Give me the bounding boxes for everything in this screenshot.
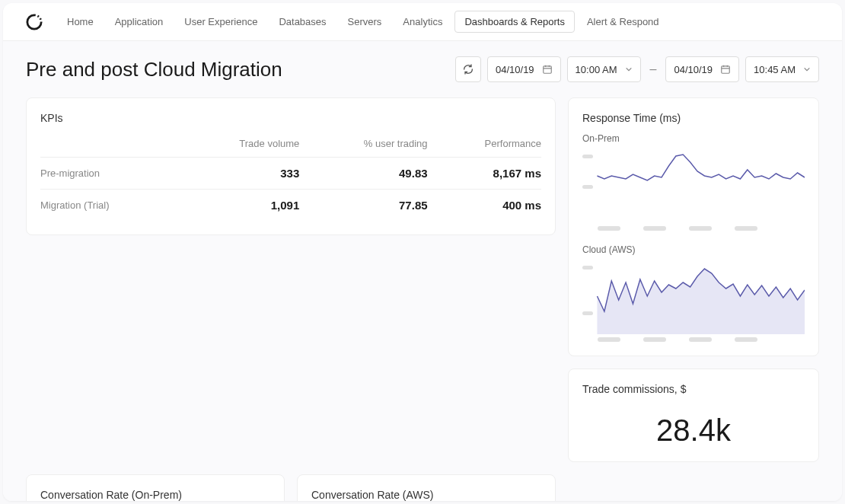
kpis-title: KPIs xyxy=(40,112,541,124)
kpis-card: KPIs Trade volume% user tradingPerforman… xyxy=(26,97,556,235)
nav-item[interactable]: Application xyxy=(106,11,173,32)
commissions-card: Trade commissions, $ 28.4k xyxy=(568,368,819,462)
svg-rect-0 xyxy=(543,66,551,73)
calendar-icon xyxy=(542,64,553,75)
nav-item[interactable]: User Experience xyxy=(175,11,266,32)
refresh-icon xyxy=(462,63,474,75)
kpi-table: Trade volume% user tradingPerformance Pr… xyxy=(40,133,541,221)
date-from-input[interactable]: 04/10/19 xyxy=(487,56,561,82)
time-from-select[interactable]: 10:00 AM xyxy=(567,56,641,82)
response-sub-onprem: On-Prem xyxy=(582,133,805,144)
header-row: Pre and post Cloud Migration 04/10/19 10… xyxy=(26,56,819,82)
commissions-title: Trade commissions, $ xyxy=(582,383,805,395)
main-nav: HomeApplicationUser ExperienceDatabasesS… xyxy=(58,11,668,33)
date-controls: 04/10/19 10:00 AM – 04/10/19 10:45 AM xyxy=(455,56,819,82)
kpi-row-label: Pre-migration xyxy=(40,158,179,190)
date-to-value: 04/10/19 xyxy=(674,64,713,75)
sparkline-onprem xyxy=(582,147,805,223)
calendar-icon xyxy=(720,64,731,75)
response-sub-cloud: Cloud (AWS) xyxy=(582,244,805,255)
kpi-col: % user trading xyxy=(299,133,427,158)
xticks-cloud xyxy=(582,337,805,342)
page-title: Pre and post Cloud Migration xyxy=(26,58,282,81)
chevron-down-icon xyxy=(803,65,811,73)
date-to-input[interactable]: 04/10/19 xyxy=(665,56,739,82)
kpi-col: Trade volume xyxy=(179,133,300,158)
logo-icon xyxy=(26,14,43,30)
kpi-cell: 400 ms xyxy=(428,190,541,222)
kpi-cell: 333 xyxy=(179,158,300,190)
funnel-aws-title: Conversation Rate (AWS) xyxy=(311,489,541,501)
date-range-separator: – xyxy=(647,62,660,76)
nav-item[interactable]: Analytics xyxy=(394,11,451,32)
topbar: HomeApplicationUser ExperienceDatabasesS… xyxy=(3,3,842,41)
chevron-down-icon xyxy=(625,65,633,73)
xticks-onprem xyxy=(582,226,805,231)
time-from-value: 10:00 AM xyxy=(576,64,617,75)
time-to-value: 10:45 AM xyxy=(754,64,796,75)
date-from-value: 04/10/19 xyxy=(496,64,534,75)
nav-item[interactable]: Home xyxy=(58,11,103,32)
kpi-cell: 8,167 ms xyxy=(428,158,541,190)
kpi-row-label: Migration (Trial) xyxy=(40,190,179,222)
response-title: Response Time (ms) xyxy=(582,112,805,124)
sparkline-cloud xyxy=(582,258,805,334)
funnel-onprem-card: Conversation Rate (On-Prem) LoginAbandon… xyxy=(26,474,285,501)
kpi-cell: 77.85 xyxy=(299,190,427,222)
funnel-onprem-title: Conversation Rate (On-Prem) xyxy=(40,489,270,501)
nav-item[interactable]: Dashboards & Reports xyxy=(454,11,575,33)
kpi-cell: 49.83 xyxy=(299,158,427,190)
time-to-select[interactable]: 10:45 AM xyxy=(745,56,819,82)
kpi-col: Performance xyxy=(428,133,541,158)
refresh-button[interactable] xyxy=(455,56,481,82)
funnel-aws-card: Conversation Rate (AWS) LoginAbandoners2… xyxy=(297,474,556,501)
commissions-value: 28.4k xyxy=(582,413,805,448)
nav-item[interactable]: Databases xyxy=(269,11,335,32)
kpi-cell: 1,091 xyxy=(179,190,300,222)
response-time-card: Response Time (ms) On-Prem Cloud (AWS) xyxy=(568,97,819,356)
kpi-row: Migration (Trial)1,09177.85400 ms xyxy=(40,190,541,222)
svg-rect-1 xyxy=(722,66,730,73)
nav-item[interactable]: Servers xyxy=(339,11,391,32)
kpi-row: Pre-migration33349.838,167 ms xyxy=(40,158,541,190)
nav-item[interactable]: Alert & Respond xyxy=(578,11,668,32)
kpi-col xyxy=(40,133,179,158)
